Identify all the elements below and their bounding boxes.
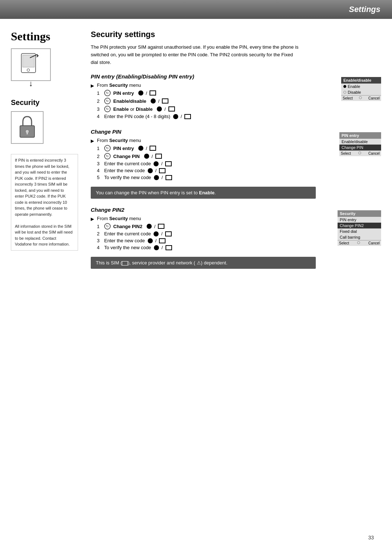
nav-icon: ↻ bbox=[104, 223, 111, 230]
lock-icon-box bbox=[11, 111, 44, 144]
pin-entry-steps: From Security menu 1 ↻ PIN entry / 2 bbox=[97, 82, 377, 121]
select-btn bbox=[138, 90, 143, 96]
change-pin2-note: This is SIM (), service provider and net… bbox=[91, 257, 316, 269]
screen1-item1: Enable bbox=[341, 84, 381, 89]
nav-icon: ↻ bbox=[104, 90, 111, 96]
step-item: 3 Enter the current code / bbox=[97, 161, 377, 166]
change-pin2-from-menu: From Security menu bbox=[97, 216, 377, 221]
network-icon: ⚠ bbox=[197, 260, 201, 266]
arrow-icon bbox=[91, 216, 94, 222]
menu-btn bbox=[162, 98, 168, 104]
select-btn bbox=[173, 114, 178, 119]
lock-icon bbox=[16, 115, 38, 140]
radio-empty bbox=[343, 91, 346, 94]
menu-btn bbox=[166, 245, 172, 250]
page-content: Settings Security bbox=[0, 19, 392, 288]
menu-btn bbox=[158, 224, 164, 229]
change-pin2-subsection: Change PIN2 From Security menu 1 ↻ Chang… bbox=[91, 207, 377, 269]
select-btn bbox=[148, 168, 153, 173]
pin-entry-title-text: PIN entry (Enabling/Disabling PIN entry) bbox=[91, 73, 194, 80]
step-item: 1 ↻ Change PIN2 / bbox=[97, 223, 377, 230]
phone-icon bbox=[18, 52, 44, 77]
screen1-item2: Disable bbox=[341, 89, 381, 95]
nav-icon: ↻ bbox=[104, 106, 111, 112]
step-item: 2 ↻ Enable/disable / bbox=[97, 98, 377, 104]
menu-btn bbox=[159, 238, 166, 243]
change-pin-subsection: Change PIN From Security menu 1 ↻ PIN en… bbox=[91, 129, 377, 199]
change-pin2-step-list: 1 ↻ Change PIN2 / 2 Enter the current co… bbox=[97, 223, 377, 250]
change-pin2-steps-row: From Security menu 1 ↻ Change PIN2 / 2 bbox=[91, 216, 377, 252]
pin-entry-title: PIN entry (Enabling/Disabling PIN entry) bbox=[91, 73, 377, 80]
select-btn bbox=[147, 224, 152, 229]
pin-entry-subsection: PIN entry (Enabling/Disabling PIN entry)… bbox=[91, 73, 377, 121]
change-pin-steps: From Security menu 1 ↻ PIN entry / 2 bbox=[97, 138, 377, 182]
step-item: 4 Enter the new code / bbox=[97, 168, 377, 173]
menu-btn bbox=[150, 146, 156, 151]
screen2-footer: Select Cancel bbox=[339, 150, 381, 156]
step-item: 2 Enter the current code / bbox=[97, 231, 377, 236]
page-heading: Settings bbox=[11, 30, 50, 43]
arrow-change-pin bbox=[91, 138, 94, 143]
menu-btn bbox=[168, 106, 175, 112]
screen1-footer: Select Cancel bbox=[341, 95, 381, 101]
select-btn bbox=[144, 154, 149, 159]
step-item: 2 ↻ Change PIN / bbox=[97, 153, 377, 159]
pin-entry-from-menu: From Security menu bbox=[97, 82, 377, 88]
change-pin-title-text: Change PIN bbox=[91, 129, 121, 135]
step-item: 3 Enter the new code / bbox=[97, 238, 377, 243]
nav-icon: ↻ bbox=[104, 98, 111, 104]
select-btn bbox=[154, 161, 159, 166]
arrow-icon bbox=[91, 138, 94, 143]
nav-icon: ↻ bbox=[104, 145, 111, 151]
section-title: Security settings bbox=[91, 30, 377, 39]
change-pin2-title: Change PIN2 bbox=[91, 207, 377, 213]
select-btn bbox=[154, 175, 159, 180]
security-label: Security bbox=[11, 98, 40, 107]
select-btn bbox=[151, 98, 156, 104]
select-btn bbox=[154, 231, 159, 236]
screen2-item2: Change PIN bbox=[339, 145, 381, 150]
arrow-pin-entry bbox=[91, 82, 94, 88]
sidebar-info-box: If PIN is entered incorrectly 3 times th… bbox=[11, 154, 78, 251]
page-number: 33 bbox=[368, 535, 374, 540]
main-content: Security settings The PIN protects your … bbox=[83, 30, 377, 277]
svg-point-2 bbox=[27, 69, 30, 71]
select-btn bbox=[148, 238, 153, 243]
screen-mockup-2: PIN entry Enable/disable Change PIN Sele… bbox=[339, 132, 381, 156]
menu-btn bbox=[165, 231, 172, 236]
intro-text: The PIN protects your SIM against unauth… bbox=[91, 44, 301, 66]
nav-icon: ↻ bbox=[104, 153, 111, 159]
screen3-item4: Call barring bbox=[338, 234, 381, 240]
change-pin2-steps: From Security menu 1 ↻ Change PIN2 / 2 bbox=[97, 216, 377, 252]
menu-btn bbox=[159, 168, 166, 173]
step-item: 1 ↻ PIN entry / bbox=[97, 145, 377, 151]
menu-btn bbox=[155, 154, 162, 159]
select-btn bbox=[157, 106, 162, 112]
screen3-item3: Fixed dial bbox=[338, 228, 381, 234]
change-pin-title: Change PIN bbox=[91, 129, 377, 135]
screen3-footer: Select Cancel bbox=[338, 240, 381, 246]
pin-entry-steps-row: From Security menu 1 ↻ PIN entry / 2 bbox=[91, 82, 377, 121]
menu-btn bbox=[165, 161, 172, 166]
screen3-header: Security bbox=[338, 210, 381, 217]
step-item: 3 ↻ Enable or Disable / bbox=[97, 106, 377, 112]
screen2-header: PIN entry bbox=[339, 132, 381, 139]
screen-mockup-1: Enable/disable Enable Disable Select Can… bbox=[341, 77, 381, 101]
arrow-icon bbox=[91, 83, 94, 88]
arrow-change-pin2 bbox=[91, 216, 94, 222]
menu-btn bbox=[184, 114, 191, 119]
screen2-item1: Enable/disable bbox=[339, 139, 381, 145]
svg-rect-7 bbox=[26, 131, 28, 134]
phone-icon-box bbox=[11, 48, 51, 81]
pin-entry-step-list: 1 ↻ PIN entry / 2 ↻ Enable/disable bbox=[97, 90, 377, 119]
change-pin-step-list: 1 ↻ PIN entry / 2 ↻ Change PIN bbox=[97, 145, 377, 180]
screen1-header: Enable/disable bbox=[341, 77, 381, 84]
screen3-item2: Change PIN2 bbox=[338, 223, 381, 228]
radio-selected bbox=[343, 85, 346, 88]
change-pin2-title-text: Change PIN2 bbox=[91, 207, 124, 213]
header-title: Settings bbox=[349, 5, 380, 14]
menu-btn bbox=[150, 90, 156, 96]
select-btn bbox=[138, 146, 143, 151]
step-item: 4 To verify the new code / bbox=[97, 245, 377, 250]
screen-mockup-3: Security PIN entry Change PIN2 Fixed dia… bbox=[338, 210, 381, 246]
